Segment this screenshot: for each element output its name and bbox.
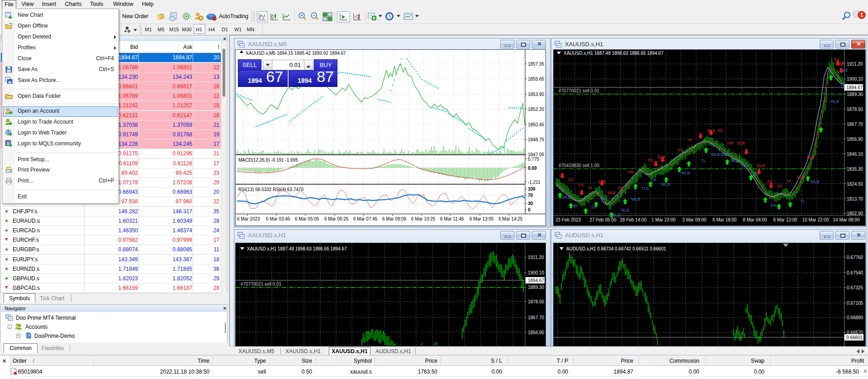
svg-text:SS: SS — [838, 62, 843, 67]
svg-text:SX: SX — [834, 57, 839, 62]
svg-text:TLS: TLS — [741, 163, 749, 168]
svg-text:0.66601: 0.66601 — [846, 335, 863, 340]
svg-text:0: 0 — [528, 207, 531, 212]
svg-text:1889.30: 1889.30 — [528, 285, 545, 290]
svg-text:WLB: WLB — [562, 195, 571, 199]
svg-text:70: 70 — [528, 193, 533, 198]
svg-text:30: 30 — [528, 201, 533, 206]
svg-text:6 Mar 18:00: 6 Mar 18:00 — [712, 217, 737, 222]
svg-text:SX: SX — [777, 184, 783, 188]
svg-text:LB: LB — [651, 178, 656, 182]
svg-text:BLB: BLB — [721, 152, 729, 157]
svg-text:0.66890: 0.66890 — [847, 315, 863, 320]
svg-text:0.67325: 0.67325 — [847, 285, 863, 290]
svg-text:1889.30: 1889.30 — [847, 92, 863, 97]
svg-text:0.67540: 0.67540 — [847, 270, 863, 275]
svg-text:TL: TL — [801, 199, 806, 203]
svg-text:1894.67: 1894.67 — [846, 85, 863, 90]
svg-text:1867.70: 1867.70 — [847, 122, 863, 127]
svg-text:0.67760: 0.67760 — [847, 255, 863, 260]
svg-text:6 Mar 06:25: 6 Mar 06:25 — [324, 216, 349, 221]
svg-text:10 Mar 22:00: 10 Mar 22:00 — [802, 217, 829, 222]
svg-text:6 Mar 13:05: 6 Mar 13:05 — [470, 216, 494, 221]
svg-text:HI: HI — [688, 138, 692, 142]
svg-text:HR: HR — [771, 203, 777, 208]
svg-text:LB: LB — [751, 172, 756, 177]
svg-text:HR: HR — [727, 141, 733, 145]
svg-text:6 Mar 2023: 6 Mar 2023 — [237, 216, 260, 221]
svg-text:#70770021 sell 0.01: #70770021 sell 0.01 — [241, 282, 282, 287]
svg-text:6 Mar 07:45: 6 Mar 07:45 — [353, 216, 378, 221]
svg-text:1850.45: 1850.45 — [528, 122, 545, 127]
svg-text:BLB: BLB — [807, 155, 815, 159]
svg-text:9 Mar 13:00: 9 Mar 13:00 — [773, 217, 797, 222]
svg-text:27 Feb 05:00: 27 Feb 05:00 — [590, 217, 617, 222]
svg-text:SS: SS — [717, 128, 723, 133]
svg-text:SX: SX — [648, 158, 653, 162]
svg-text:BLB: BLB — [621, 208, 629, 212]
svg-text:1867.70: 1867.70 — [528, 315, 545, 320]
svg-text:1894.67: 1894.67 — [528, 278, 545, 283]
svg-text:1911.20: 1911.20 — [528, 255, 544, 260]
svg-text:WLB: WLB — [631, 197, 640, 201]
svg-text:-1.211: -1.211 — [528, 180, 541, 185]
svg-text:6 Mar 10:25: 6 Mar 10:25 — [411, 216, 436, 221]
svg-text:1: 1 — [860, 12, 863, 18]
svg-text:6 Mar 11:45: 6 Mar 11:45 — [440, 216, 464, 221]
svg-text:BLB: BLB — [707, 129, 715, 133]
svg-text:1813.70: 1813.70 — [847, 197, 863, 201]
svg-text:6 Mar 03:45: 6 Mar 03:45 — [266, 216, 290, 221]
svg-text:BLB: BLB — [737, 141, 745, 145]
svg-text:28 Feb 14:00: 28 Feb 14:00 — [620, 217, 647, 222]
svg-text:0.00: 0.00 — [528, 166, 537, 171]
svg-text:XAUUSD.s,H1 1887.48 1898.63 1: XAUUSD.s,H1 1887.48 1898.63 1886.65 1894… — [247, 246, 347, 251]
svg-text:1848.75: 1848.75 — [528, 137, 545, 142]
svg-text:6 Mar 09:05: 6 Mar 09:05 — [382, 216, 407, 221]
svg-text:WLB: WLB — [731, 158, 740, 163]
svg-text:HR: HR — [628, 170, 634, 174]
svg-text:SX: SX — [678, 148, 683, 152]
svg-text:AUDUSD.s,H1 0.66734 0.66742 0: AUDUSD.s,H1 0.66734 0.66742 0.66511 0.66… — [566, 246, 666, 251]
svg-text:1 Mar 23:00: 1 Mar 23:00 — [651, 217, 676, 222]
svg-text:#70419830 sell 1.00: #70419830 sell 1.00 — [559, 163, 600, 168]
svg-text:1824.50: 1824.50 — [847, 182, 863, 187]
svg-text:HI: HI — [588, 186, 592, 190]
svg-text:3 Mar 09:00: 3 Mar 09:00 — [682, 217, 707, 222]
svg-text:1878.50: 1878.50 — [528, 299, 545, 304]
svg-text:SS: SS — [767, 179, 773, 184]
svg-text:6 Mar 05:05: 6 Mar 05:05 — [295, 216, 319, 221]
svg-text:LB: LB — [592, 205, 597, 209]
svg-text:1855.65: 1855.65 — [528, 77, 545, 82]
svg-text:XAUUSD.s,H1 1887.48 1898.63 1: XAUUSD.s,H1 1887.48 1898.63 1886.65 1894… — [564, 51, 664, 56]
svg-text:8 Mar 04:00: 8 Mar 04:00 — [743, 217, 767, 222]
svg-text:BLB: BLB — [757, 163, 765, 168]
svg-text:0.775: 0.775 — [528, 157, 539, 162]
svg-text:1846.10: 1846.10 — [847, 152, 863, 157]
svg-text:6 Mar 14:25: 6 Mar 14:25 — [498, 216, 523, 221]
svg-text:1911.20: 1911.20 — [847, 62, 863, 67]
svg-text:#70770021 sell 0.01: #70770021 sell 0.01 — [559, 88, 600, 93]
svg-text:RSI(13) 58.5332 RSI(3) 63.747: RSI(13) 58.5332 RSI(3) 63.7470 — [238, 187, 304, 192]
svg-text:1856.90: 1856.90 — [847, 137, 863, 142]
svg-text:BLB: BLB — [608, 191, 616, 195]
svg-text:14 Mar 08:00: 14 Mar 08:00 — [833, 217, 860, 222]
svg-text:TL: TL — [701, 158, 706, 163]
svg-text:HR: HR — [572, 204, 578, 208]
svg-text:0.67105: 0.67105 — [847, 301, 863, 306]
svg-text:SS: SS — [618, 186, 623, 190]
svg-text:SX: SX — [578, 182, 583, 187]
svg-text:1857.35: 1857.35 — [528, 62, 545, 67]
svg-text:1856.90: 1856.90 — [528, 330, 545, 335]
svg-text:SS: SS — [568, 178, 574, 182]
svg-text:XAUUSD.s,M5 1894.15 1895.42 1: XAUUSD.s,M5 1894.15 1895.42 1893.92 1894… — [246, 51, 346, 56]
svg-text:1852.20: 1852.20 — [528, 107, 545, 112]
svg-text:WLB: WLB — [681, 171, 690, 175]
svg-text:1900.10: 1900.10 — [528, 270, 545, 275]
svg-text:1853.90: 1853.90 — [528, 92, 545, 97]
svg-text:TL: TL — [602, 197, 607, 201]
svg-text:100: 100 — [528, 187, 536, 192]
svg-text:1900.10: 1900.10 — [847, 77, 863, 82]
svg-text:MACD(12,26,9) -0.191 -1.695: MACD(12,26,9) -0.191 -1.695 — [238, 158, 298, 163]
svg-text:1835.30: 1835.30 — [847, 167, 863, 172]
svg-text:23 Feb 2023: 23 Feb 2023 — [555, 217, 581, 222]
